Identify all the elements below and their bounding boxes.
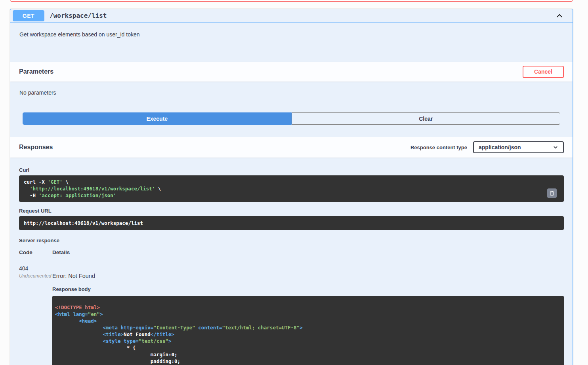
- curl-command-block: curl -X 'GET' \ 'http://localhost:49618/…: [19, 175, 564, 202]
- endpoint-description: Get workspace elements based on user_id …: [10, 23, 573, 62]
- parameters-title: Parameters: [19, 68, 53, 75]
- curl-command: curl -X 'GET' \ 'http://localhost:49618/…: [19, 175, 564, 202]
- endpoint-panel-get-workspace-list: GET /workspace/list Get workspace elemen…: [10, 9, 573, 365]
- request-url-value: http://localhost:49618/v1/workspace/list: [19, 216, 564, 230]
- collapse-button[interactable]: [554, 10, 565, 22]
- code-column-header: Code: [19, 249, 52, 260]
- status-code: 404: [19, 265, 52, 272]
- response-code-cell: 404 Undocumented: [19, 260, 52, 365]
- details-column-header: Details: [52, 249, 564, 260]
- method-badge: GET: [13, 10, 44, 21]
- parameters-body: No parameters Execute Clear: [10, 82, 573, 137]
- response-content-type-group: Response content type application/json: [410, 141, 564, 153]
- execute-button[interactable]: Execute: [23, 112, 292, 125]
- execute-wrapper: Execute Clear: [10, 112, 573, 125]
- clear-button[interactable]: Clear: [292, 112, 561, 125]
- adjacent-endpoint-bottom-edge: [10, 0, 573, 2]
- responses-header: Responses Response content type applicat…: [10, 137, 573, 158]
- curl-label: Curl: [19, 167, 564, 173]
- selected-content-type: application/json: [479, 144, 521, 150]
- chevron-down-icon: [553, 144, 558, 150]
- copy-to-clipboard-button[interactable]: [547, 188, 557, 198]
- request-url-label: Request URL: [19, 208, 564, 214]
- response-body-code: <!DOCTYPE html><html lang="en"> <head> <…: [52, 296, 564, 365]
- endpoint-path: /workspace/list: [50, 12, 107, 19]
- response-body-block: <!DOCTYPE html><html lang="en"> <head> <…: [52, 296, 564, 365]
- no-parameters-text: No parameters: [10, 89, 573, 96]
- server-response-label: Server response: [19, 238, 564, 243]
- undocumented-note: Undocumented: [19, 273, 52, 279]
- error-message: Error: Not Found: [52, 265, 564, 279]
- endpoint-summary[interactable]: GET /workspace/list: [10, 9, 573, 23]
- cancel-button[interactable]: Cancel: [523, 66, 564, 78]
- parameters-header: Parameters Cancel: [10, 62, 573, 82]
- server-response-table: Code Details 404 Undocumented Error: Not…: [19, 249, 564, 365]
- request-url-block: http://localhost:49618/v1/workspace/list: [19, 216, 564, 230]
- responses-title: Responses: [19, 144, 53, 151]
- response-details-cell: Error: Not Found Response body <!DOCTYPE…: [52, 260, 564, 365]
- responses-body: Curl curl -X 'GET' \ 'http://localhost:4…: [10, 158, 573, 365]
- response-content-type-select[interactable]: application/json: [473, 141, 564, 153]
- response-body-label: Response body: [52, 286, 564, 292]
- clipboard-icon: [549, 190, 555, 196]
- response-content-type-label: Response content type: [410, 144, 467, 150]
- chevron-up-icon: [556, 12, 563, 20]
